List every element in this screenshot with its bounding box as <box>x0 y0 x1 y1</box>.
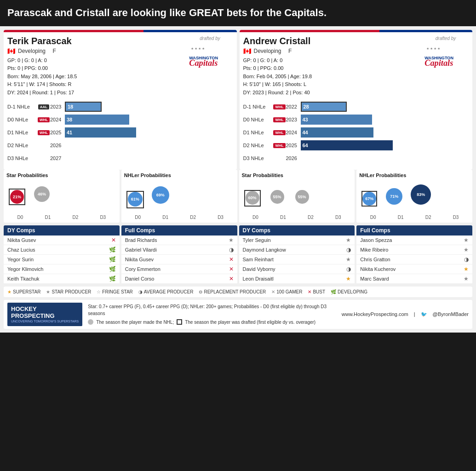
nhler-bubble-area-c: 67% 71% 83% <box>359 182 470 214</box>
position-parascak: F <box>52 48 56 54</box>
list-item: Yegor Klimovich 🌿 <box>4 264 120 274</box>
flag-cristall: 🇨🇦 <box>243 47 251 55</box>
probabilities-section: Star Probabilities 21% 46% D0 D1 D2 D3 N… <box>4 170 472 223</box>
dy-comps-cristall: DY Comps Tyler Seguin ★ Daymond Langkow … <box>239 225 355 284</box>
stats-line3-p: Born: May 28, 2006 | Age: 18.5 <box>7 73 77 81</box>
svg-text:Capitals: Capitals <box>424 58 453 68</box>
legend-bar: ★ SUPERSTAR ★ STAR PRODUCER ☆ FRINGE STA… <box>4 287 472 297</box>
position-cristall: F <box>288 48 292 54</box>
player-name-parascak: Terik Parascak <box>7 36 77 46</box>
stats-line5-c: DY: 2023 | Round: 2 | Pos: 40 <box>243 89 312 97</box>
main-content: Terik Parascak 🇨🇦 Developing F GP: 0 | G… <box>0 26 476 333</box>
legend-star-producer: ★ STAR PRODUCER <box>46 289 91 294</box>
star-probs-parascak: Star Probabilities 21% 46% D0 D1 D2 D3 <box>4 170 120 223</box>
legend-developing: 🌿 DEVELOPING <box>331 289 367 294</box>
stats-line5-p: DY: 2024 | Round: 1 | Pos: 17 <box>7 89 77 97</box>
drafted-by-label-c: drafted by <box>423 36 469 41</box>
status-cristall: Developing <box>254 48 281 54</box>
stats-line4-p: H: 5'11" | W: 174 | Shoots: R <box>7 80 77 89</box>
list-item: Nikita Gusev ✕ <box>4 236 120 245</box>
list-item: Daniel Corso ✕ <box>121 274 237 284</box>
list-item: Keith Tkachuk 🌿 <box>4 274 120 284</box>
twitter-bird-icon: 🐦 <box>421 311 427 317</box>
caps-logo-p: ★ ★ ★ ★ WASHINGTON Capitals <box>187 42 233 69</box>
nhler-probs-parascak: NHLer Probabilities 61% 69% D0 D1 D2 D3 <box>121 170 237 223</box>
list-item: Yegor Surin 🌿 <box>4 255 120 264</box>
list-item: Cory Emmerton ✕ <box>121 264 237 274</box>
legend-superstar: ★ SUPERSTAR <box>7 289 40 294</box>
footer-logo: HOCKEY PROSPECTING UNCOVERING TOMORROW'S… <box>7 303 82 327</box>
svg-text:Capitals: Capitals <box>189 58 218 68</box>
full-comps-cristall: Full Comps Jason Spezza ★ Mike Ribeiro ★… <box>356 225 472 284</box>
comps-section: DY Comps Nikita Gusev ✕ Chaz Lucius 🌿 Ye… <box>4 225 472 284</box>
player-card-cristall: Andrew Cristall 🇨🇦 Developing F GP: 0 | … <box>240 30 473 170</box>
list-item: Chaz Lucius 🌿 <box>4 245 120 255</box>
footer-note1: Star: 0.7+ career PPG (F), 0.45+ career … <box>88 303 336 317</box>
footer: HOCKEY PROSPECTING UNCOVERING TOMORROW'S… <box>4 300 472 329</box>
star-bubble-area-p: 21% 46% <box>6 182 117 214</box>
star-bubble-area-c: 60% 55% 55% <box>242 182 352 214</box>
circle-icon <box>88 319 93 325</box>
list-item: Brad Richards ★ <box>121 236 237 245</box>
footer-note2-circle: The season the player made the NHL; <box>96 319 174 326</box>
nhler-probs-cristall: NHLer Probabilities 67% 71% 83% D0 D1 D2… <box>356 170 472 223</box>
chart-section-p: D-1 NHLe AAL 2023 18 D0 NHLe WHL 2024 38 <box>7 102 233 163</box>
full-comps-parascak: Full Comps Brad Richards ★ Gabriel Vilar… <box>121 225 237 284</box>
list-item: Gabriel Vilardi ◑ <box>121 245 237 255</box>
list-item: Daymond Langkow ◑ <box>239 245 355 255</box>
list-item: Nikita Gusev ✕ <box>121 255 237 264</box>
player-name-cristall: Andrew Cristall <box>243 36 312 46</box>
flag-parascak: 🇨🇦 <box>7 47 15 55</box>
drafted-by-label-p: drafted by <box>187 36 233 41</box>
caps-logo-c: ★ ★ ★ ★ WASHINGTON Capitals <box>423 42 469 69</box>
status-parascak: Developing <box>18 48 46 54</box>
svg-text:★ ★ ★ ★: ★ ★ ★ ★ <box>191 47 205 50</box>
footer-website: www.HockeyProspecting.com <box>342 311 408 317</box>
nhler-bubble-area-p: 61% 69% <box>124 182 235 214</box>
list-item: Marc Savard ★ <box>356 274 472 284</box>
team-color-bar-c <box>240 30 473 32</box>
team-color-bar <box>4 30 237 32</box>
header-title: Parascak and Cristall are looking like G… <box>7 7 327 18</box>
footer-note2-box: The season the player was drafted (first… <box>185 319 315 326</box>
svg-text:★ ★ ★ ★: ★ ★ ★ ★ <box>426 47 440 50</box>
box-icon <box>177 319 182 325</box>
list-item: Jason Spezza ★ <box>356 236 472 245</box>
list-item: David Vyborny ◑ <box>239 264 355 274</box>
list-item: Tyler Seguin ★ <box>239 236 355 245</box>
player-card-parascak: Terik Parascak 🇨🇦 Developing F GP: 0 | G… <box>4 30 237 170</box>
stats-line2-c: Pts: 0 | PPG: 0.00 <box>243 64 312 73</box>
stats-line1-p: GP: 0 | G: 0 | A: 0 <box>7 57 77 65</box>
legend-average-producer: ◑ AVERAGE PRODUCER <box>138 289 194 294</box>
legend-replacement-producer: ⊖ REPLACEMENT PRODUCER <box>199 289 266 294</box>
stats-line4-c: H: 5'10" | W: 165 | Shoots: L <box>243 80 312 89</box>
list-item: Mike Ribeiro ★ <box>356 245 472 255</box>
stats-line2-p: Pts: 0 | PPG: 0.00 <box>7 64 77 73</box>
star-probs-cristall: Star Probabilities 60% 55% 55% D0 D1 D2 … <box>239 170 355 223</box>
legend-100-gamer: ✕ 100 GAMER <box>271 289 302 294</box>
list-item: Sam Reinhart ★ <box>239 255 355 264</box>
legend-bust: ✕ BUST <box>308 289 325 294</box>
dy-comps-parascak: DY Comps Nikita Gusev ✕ Chaz Lucius 🌿 Ye… <box>4 225 120 284</box>
list-item: Leon Draisaitl ★ <box>239 274 355 284</box>
footer-twitter: @ByronMBader <box>433 311 469 317</box>
legend-fringe-star: ☆ FRINGE STAR <box>97 289 132 294</box>
list-item: Nikita Kucherov ★ <box>356 264 472 274</box>
stats-line1-c: GP: 0 | G: 0 | A: 0 <box>243 57 312 65</box>
list-item: Chris Gratton ◑ <box>356 255 472 264</box>
header-bar: Parascak and Cristall are looking like G… <box>0 0 476 26</box>
chart-section-c: D-1 NHLe WHL 2022 28 D0 NHLe WHL 2023 43 <box>243 102 469 163</box>
stats-line3-c: Born: Feb 04, 2005 | Age: 19.8 <box>243 73 312 81</box>
